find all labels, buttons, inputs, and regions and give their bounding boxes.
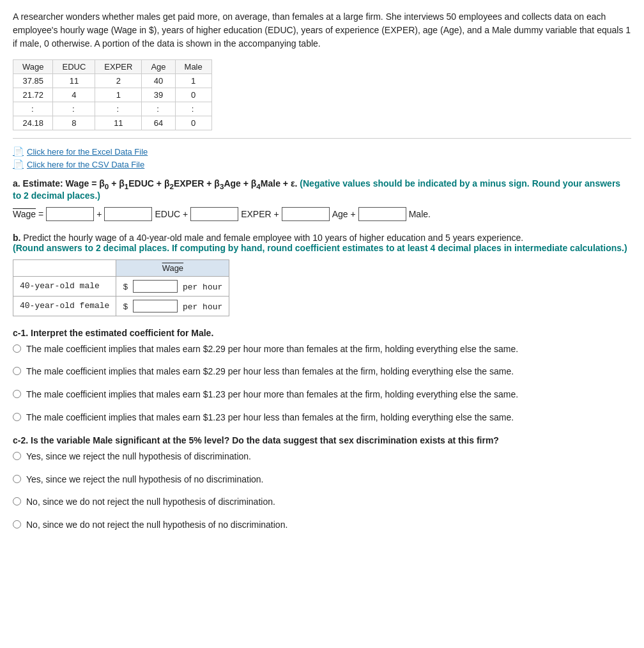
table-cell: 1 (95, 88, 142, 102)
c2-option-3: No, since we do not reject the null hypo… (13, 519, 631, 532)
section-c1: c-1. Interpret the estimated coefficient… (13, 328, 631, 424)
predict-row-male: 40-year-old male $ per hour (13, 276, 229, 296)
c1-radio-3[interactable] (13, 413, 21, 421)
table-cell: 21.72 (13, 88, 53, 102)
eq-age-label: Age + (332, 209, 356, 219)
section-a-label: a. Estimate: Wage = β0 + β1EDUC + β2EXPE… (13, 178, 631, 201)
col-age: Age (142, 60, 175, 74)
table-cell: 39 (142, 88, 175, 102)
table-cell: 4 (53, 88, 95, 102)
predict-row-female: 40-year-old female $ per hour (13, 296, 229, 316)
csv-icon: 📄 (13, 159, 24, 169)
col-exper: EXPER (95, 60, 142, 74)
csv-link-text[interactable]: Click here for the CSV Data File (27, 160, 144, 169)
c2-radio-2[interactable] (13, 497, 21, 505)
section-a-instruction: (Negative values should be indicated by … (13, 178, 620, 201)
c1-option-1: The male coefficient implies that males … (13, 366, 631, 378)
predict-wage-label: Wage (162, 263, 183, 273)
c2-options-container: Yes, since we reject the null hypothesis… (13, 451, 631, 531)
excel-icon: 📄 (13, 146, 24, 157)
table-cell: 40 (142, 74, 175, 88)
equation-row: Wage = + EDUC + EXPER + Age + Male. (13, 207, 631, 221)
section-c2-heading-text: Is the variable Male significant at the … (31, 435, 499, 445)
section-c1-heading: c-1. Interpret the estimated coefficient… (13, 328, 631, 338)
eq-input-b0[interactable] (46, 207, 94, 221)
table-cell: : (175, 102, 211, 116)
eq-input-b1[interactable] (104, 207, 152, 221)
section-b-instruction: (Round answers to 2 decimal places. If c… (13, 243, 627, 253)
section-a: a. Estimate: Wage = β0 + β1EDUC + β2EXPE… (13, 178, 631, 221)
data-table: Wage EDUC EXPER Age Male 37.8511240121.7… (13, 59, 212, 130)
excel-link[interactable]: 📄 Click here for the Excel Data File (13, 146, 631, 157)
predict-table: Wage 40-year-old male $ per hour 40-year… (13, 259, 229, 316)
predict-wage-header: Wage (116, 259, 229, 276)
eq-plus1: + (96, 209, 102, 219)
c2-radio-1[interactable] (13, 475, 21, 483)
c1-radio-2[interactable] (13, 390, 21, 398)
eq-equals: = (38, 209, 43, 219)
c1-radio-1[interactable] (13, 367, 21, 375)
c1-option-label-1: The male coefficient implies that males … (26, 366, 514, 378)
eq-input-b3[interactable] (282, 207, 330, 221)
table-cell: 2 (95, 74, 142, 88)
table-cell: 11 (53, 74, 95, 88)
table-cell: 64 (142, 116, 175, 130)
c2-option-label-1: Yes, since we reject the null hypothesis… (26, 474, 263, 486)
table-cell: 0 (175, 116, 211, 130)
table-cell: 8 (53, 116, 95, 130)
c2-option-2: No, since we do not reject the null hypo… (13, 496, 631, 509)
table-cell: : (53, 102, 95, 116)
table-cell: 0 (175, 88, 211, 102)
c2-option-label-3: No, since we do not reject the null hypo… (26, 519, 288, 532)
c1-option-label-0: The male coefficient implies that males … (26, 343, 518, 356)
section-c1-heading-text: Interpret the estimated coefficient for … (31, 328, 213, 338)
col-educ: EDUC (53, 60, 95, 74)
c2-option-label-2: No, since we do not reject the null hypo… (26, 496, 275, 509)
col-male: Male (175, 60, 211, 74)
predict-male-label: 40-year-old male (13, 276, 116, 296)
section-a-bold: a. Estimate: Wage = β0 + β1EDUC + β2EXPE… (13, 178, 620, 201)
c1-option-label-3: The male coefficient implies that males … (26, 412, 514, 424)
section-c2: c-2. Is the variable Male significant at… (13, 435, 631, 531)
section-b: b. Predict the hourly wage of a 40-year-… (13, 233, 631, 316)
predict-male-unit: per hour (183, 282, 222, 291)
intro-text: A researcher wonders whether males get p… (13, 10, 631, 50)
table-cell: 37.85 (13, 74, 53, 88)
col-wage: Wage (13, 60, 53, 74)
excel-link-text[interactable]: Click here for the Excel Data File (27, 147, 148, 157)
eq-input-b4[interactable] (358, 207, 406, 221)
table-cell: 24.18 (13, 116, 53, 130)
predict-empty-header (13, 259, 116, 276)
table-cell: : (95, 102, 142, 116)
predict-male-input[interactable] (133, 280, 178, 293)
wage-overline-label: Wage (13, 209, 36, 219)
c2-radio-0[interactable] (13, 452, 21, 460)
c2-option-1: Yes, since we reject the null hypothesis… (13, 474, 631, 486)
c1-option-label-2: The male coefficient implies that males … (26, 389, 518, 401)
predict-female-value-cell: $ per hour (116, 296, 229, 316)
table-cell: : (142, 102, 175, 116)
section-c2-heading: c-2. Is the variable Male significant at… (13, 435, 631, 445)
predict-female-dollar: $ (123, 302, 128, 311)
predict-female-input[interactable] (133, 300, 178, 312)
section-b-text: b. Predict the hourly wage of a 40-year-… (13, 233, 631, 253)
eq-educ-label: EDUC + (155, 209, 188, 219)
predict-male-dollar: $ (123, 282, 128, 291)
c2-option-0: Yes, since we reject the null hypothesis… (13, 451, 631, 463)
file-links: 📄 Click here for the Excel Data File 📄 C… (13, 146, 631, 169)
table-cell: 11 (95, 116, 142, 130)
c1-option-0: The male coefficient implies that males … (13, 343, 631, 356)
c1-option-3: The male coefficient implies that males … (13, 412, 631, 424)
c2-radio-3[interactable] (13, 520, 21, 528)
c1-radio-0[interactable] (13, 344, 21, 353)
c2-option-label-0: Yes, since we reject the null hypothesis… (26, 451, 251, 463)
table-cell: 1 (175, 74, 211, 88)
csv-link[interactable]: 📄 Click here for the CSV Data File (13, 159, 631, 169)
table-cell: : (13, 102, 53, 116)
eq-input-b2[interactable] (190, 207, 238, 221)
c1-option-2: The male coefficient implies that males … (13, 389, 631, 401)
predict-female-label: 40-year-old female (13, 296, 116, 316)
table-divider (13, 138, 631, 139)
c1-options-container: The male coefficient implies that males … (13, 343, 631, 424)
predict-female-unit: per hour (183, 302, 222, 311)
